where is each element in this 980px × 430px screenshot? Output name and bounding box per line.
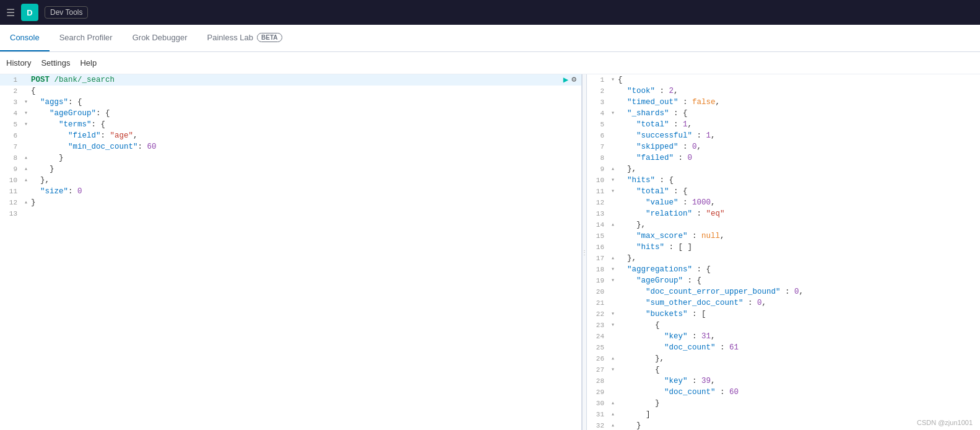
line-number: 32 [587, 420, 609, 430]
line-number: 5 [587, 119, 609, 130]
beta-badge: BETA [257, 33, 282, 42]
line-content: "relation" : "eq" [617, 208, 980, 219]
table-row: 19▾ "ageGroup" : { [587, 275, 980, 286]
line-content: "aggregations" : { [617, 264, 980, 275]
line-content: { [30, 86, 581, 97]
line-content: POST /bank/_search [30, 74, 563, 86]
line-number: 9 [587, 164, 609, 175]
line-content: "doc_count" : 61 [617, 342, 980, 353]
table-row: 10▴ }, [0, 175, 581, 186]
table-row: 13 [0, 208, 581, 219]
fold-indicator[interactable]: ▴ [609, 409, 617, 420]
line-content: }, [617, 353, 980, 364]
line-number: 2 [587, 86, 609, 97]
fold-indicator: ▾ [22, 108, 30, 119]
help-button[interactable]: Help [80, 58, 97, 68]
fold-indicator[interactable]: ▾ [609, 175, 617, 186]
line-content: } [30, 164, 581, 175]
nav-tabs: Console Search Profiler Grok Debugger Pa… [0, 25, 980, 52]
tab-grok-debugger[interactable]: Grok Debugger [123, 25, 197, 51]
app-avatar: D [21, 4, 38, 21]
wrench-button[interactable]: ⚙ [571, 74, 576, 86]
line-content: "failed" : 0 [617, 152, 980, 164]
fold-indicator[interactable]: ▴ [609, 398, 617, 409]
fold-indicator[interactable]: ▾ [609, 264, 617, 275]
fold-indicator: ▴ [22, 164, 30, 175]
line-number: 5 [0, 119, 22, 130]
line-content: }, [617, 253, 980, 264]
table-row: 8▴ } [0, 152, 581, 164]
fold-indicator[interactable]: ▾ [609, 309, 617, 320]
table-row: 27▾ { [587, 364, 980, 375]
line-content: "sum_other_doc_count" : 0, [617, 297, 980, 309]
line-number: 30 [587, 398, 609, 409]
line-content: "timed_out" : false, [617, 97, 980, 108]
line-content: "key" : 39, [617, 375, 980, 387]
line-number: 12 [0, 197, 22, 208]
table-row: 26▴ }, [587, 353, 980, 364]
line-number: 10 [587, 175, 609, 186]
line-number: 1 [0, 74, 22, 86]
table-row: 3▾ "aggs": { [0, 97, 581, 108]
line-number: 21 [587, 297, 609, 309]
pane-divider[interactable]: ⋮ [582, 74, 587, 430]
line-content: "buckets" : [ [617, 309, 980, 320]
table-row: 25 "doc_count" : 61 [587, 342, 980, 353]
history-button[interactable]: History [6, 58, 31, 68]
right-pane: 1▾{2 "took" : 2,3 "timed_out" : false,4▾… [587, 74, 980, 430]
line-number: 8 [587, 152, 609, 164]
fold-indicator[interactable]: ▴ [609, 420, 617, 430]
table-row: 17▴ }, [587, 253, 980, 264]
tab-console[interactable]: Console [0, 25, 50, 51]
line-number: 26 [587, 353, 609, 364]
line-content: "terms": { [30, 119, 581, 130]
line-content: { [617, 364, 980, 375]
fold-indicator[interactable]: ▴ [609, 219, 617, 230]
table-row: 2{ [0, 86, 581, 97]
tab-painless-lab[interactable]: Painless LabBETA [197, 25, 292, 51]
table-row: 12 "value" : 1000, [587, 197, 980, 208]
line-number: 17 [587, 253, 609, 264]
hamburger-icon[interactable]: ☰ [6, 7, 15, 19]
line-number: 7 [0, 141, 22, 152]
table-row: 5 "total" : 1, [587, 119, 980, 130]
line-number: 6 [0, 130, 22, 141]
fold-indicator[interactable]: ▾ [609, 364, 617, 375]
fold-indicator: ▾ [22, 97, 30, 108]
settings-button[interactable]: Settings [41, 58, 70, 68]
table-row: 5▾ "terms": { [0, 119, 581, 130]
editor-area: 1POST /bank/_search▶⚙2{3▾ "aggs": {4▾ "a… [0, 74, 980, 430]
line-number: 7 [587, 141, 609, 152]
table-row: 11 "size": 0 [0, 186, 581, 197]
fold-indicator[interactable]: ▴ [609, 253, 617, 264]
table-row: 9▴ } [0, 164, 581, 175]
table-row: 16 "hits" : [ ] [587, 242, 980, 253]
line-number: 12 [587, 197, 609, 208]
secondary-toolbar: History Settings Help [0, 52, 980, 74]
run-button[interactable]: ▶ [563, 74, 568, 86]
tab-search-profiler[interactable]: Search Profiler [50, 25, 123, 51]
watermark: CSDN @zjun1001 [917, 419, 973, 426]
dev-tools-button[interactable]: Dev Tools [45, 6, 88, 19]
fold-indicator[interactable]: ▴ [609, 353, 617, 364]
fold-indicator[interactable]: ▾ [609, 275, 617, 286]
table-row: 4▾ "_shards" : { [587, 108, 980, 119]
line-number: 8 [0, 152, 22, 164]
fold-indicator[interactable]: ▾ [609, 74, 617, 86]
fold-indicator: ▾ [22, 119, 30, 130]
table-row: 9▴ }, [587, 164, 980, 175]
line-content: } [30, 152, 581, 164]
line-number: 27 [587, 364, 609, 375]
fold-indicator[interactable]: ▾ [609, 320, 617, 331]
fold-indicator[interactable]: ▾ [609, 186, 617, 197]
line-number: 19 [587, 275, 609, 286]
left-code-editor[interactable]: 1POST /bank/_search▶⚙2{3▾ "aggs": {4▾ "a… [0, 74, 581, 430]
fold-indicator[interactable]: ▾ [609, 108, 617, 119]
line-content: "skipped" : 0, [617, 141, 980, 152]
line-number: 9 [0, 164, 22, 175]
fold-indicator: ▴ [22, 152, 30, 164]
table-row: 8 "failed" : 0 [587, 152, 980, 164]
line-content: "total" : 1, [617, 119, 980, 130]
table-row: 14▴ }, [587, 219, 980, 230]
fold-indicator[interactable]: ▴ [609, 164, 617, 175]
